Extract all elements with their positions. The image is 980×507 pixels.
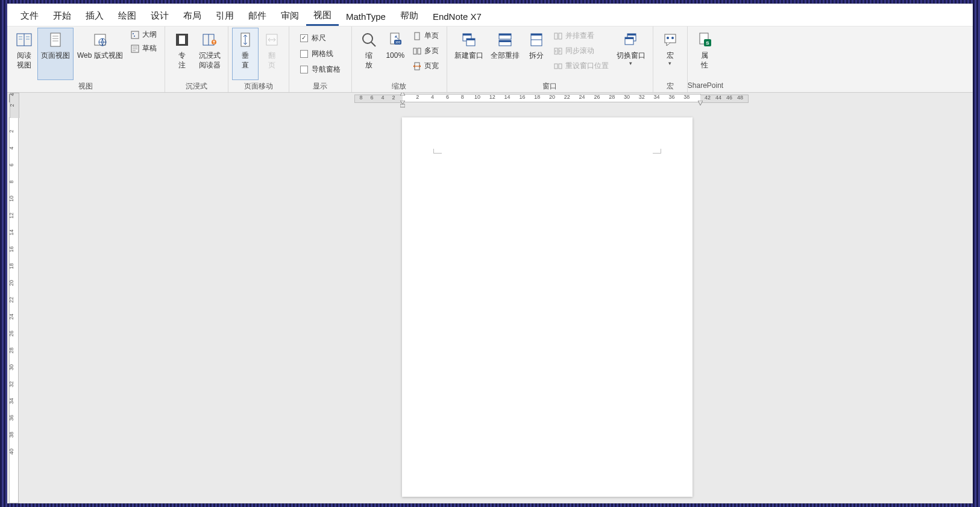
web-layout-button[interactable]: Web 版式视图 [74,28,127,80]
zoom-button[interactable]: 缩 放 [356,28,382,80]
switch-windows-button[interactable]: 切换窗口 ▾ [613,28,649,80]
svg-point-59 [671,37,674,39]
indent-marker-icon[interactable] [400,93,405,96]
navigation-pane-checkbox[interactable]: 导航窗格 [298,63,343,76]
one-page-button[interactable]: 单页 [410,30,441,42]
ruler-tick: 20 [8,279,14,287]
vertical-button[interactable]: 垂 直 [232,28,259,80]
ruler-tick: 38 [683,94,689,100]
print-layout-button[interactable]: 页面视图 [37,28,74,80]
ruler-tick: 22 [564,94,570,100]
button-label: 垂 直 [242,51,249,70]
svg-rect-34 [418,48,421,54]
menu-draw[interactable]: 绘图 [111,7,143,26]
ruler-tick: 6 [8,161,14,169]
ruler-tick: 6 [370,95,373,101]
outline-icon [131,31,139,39]
menu-review[interactable]: 审阅 [274,7,306,26]
outline-view-button[interactable]: 大纲 [128,29,159,40]
menu-mailings[interactable]: 邮件 [241,7,274,26]
menu-file[interactable]: 文件 [13,7,46,26]
ruler-tick: 28 [8,347,14,354]
ruler-tick: 36 [668,94,674,100]
button-label: 切换窗口 [617,51,645,60]
svg-text:S: S [706,40,709,46]
svg-point-14 [133,33,134,34]
button-label: 多页 [424,46,439,56]
vertical-ruler[interactable]: 42 246810121416182022242628303234363840 [7,104,21,503]
focus-button[interactable]: 专 注 [169,28,195,80]
svg-rect-52 [559,64,562,69]
gridlines-checkbox[interactable]: 网格线 [298,48,343,60]
svg-rect-56 [625,37,633,39]
properties-icon: S [695,30,714,49]
ruler-tick: 40 [8,448,14,455]
arrange-all-icon [495,30,515,49]
ruler-tick: 6 [446,94,449,100]
reading-view-button[interactable]: 阅读 视图 [11,28,37,80]
split-button[interactable]: 拆分 [523,28,550,80]
menu-design[interactable]: 设计 [143,7,176,26]
immersive-reader-button[interactable]: 沉浸式 阅读器 [195,28,224,80]
ruler-checkbox[interactable]: 标尺 [298,32,343,45]
button-label: 单页 [424,31,439,41]
document-workspace[interactable]: ∟ 8642 42444648 246810121416182022242628… [7,93,973,503]
chevron-down-icon: ▾ [629,60,632,66]
indent-marker-icon[interactable] [698,101,703,105]
ruler-tick: 8 [359,95,362,101]
new-window-button[interactable]: 新建窗口 [451,28,487,80]
menu-endnote[interactable]: EndNote X7 [426,8,489,26]
indent-marker-icon[interactable] [400,101,405,108]
menu-view[interactable]: 视图 [306,6,339,26]
menu-help[interactable]: 帮助 [393,7,426,26]
check-label: 网格线 [312,49,333,59]
button-label: 宏 [667,51,674,60]
ruler-tick: 2 [392,95,395,101]
ruler-tick: 2 [8,128,14,135]
button-label: 大纲 [142,30,157,40]
ruler-tick: 46 [726,95,732,101]
svg-text:100: 100 [395,40,401,44]
group-label: 视图 [7,80,165,92]
page-width-button[interactable]: 页宽 [410,60,441,72]
ruler-tick: 16 [8,246,14,253]
side-by-side-view-button: 并排查看 [551,30,611,42]
svg-line-28 [371,42,375,46]
margin-corner-icon [433,149,442,154]
sync-scroll-button: 同步滚动 [551,45,611,57]
ruler-tick: 8 [8,178,14,185]
document-page[interactable] [402,117,693,497]
ruler-tick: 44 [715,95,721,101]
svg-rect-13 [131,31,139,39]
side-to-side-button[interactable]: 翻 页 [259,28,285,80]
draft-view-button[interactable]: 草稿 [128,43,159,54]
svg-rect-57 [665,34,676,43]
multi-page-button[interactable]: 多页 [410,45,441,57]
arrange-all-button[interactable]: 全部重排 [487,28,523,80]
menu-references[interactable]: 引用 [209,7,241,26]
sync-scroll-icon [554,47,562,55]
group-page-movement: 垂 直 翻 页 页面移动 [228,26,289,92]
side-by-side-icon [554,32,562,40]
web-layout-icon [90,30,110,49]
menu-mathtype[interactable]: MathType [339,8,393,26]
horizontal-ruler[interactable]: 8642 42444648 24681012141618202224262830… [21,93,973,104]
menu-bar: 文件 开始 插入 绘图 设计 布局 引用 邮件 审阅 视图 MathType 帮… [7,4,973,26]
macros-button[interactable]: 宏 ▾ [657,28,683,80]
button-label: 阅读 视图 [17,51,31,70]
ruler-tick: 26 [594,94,600,100]
margin-corner-icon [653,149,661,154]
menu-layout[interactable]: 布局 [176,7,209,26]
button-label: 重设窗口位置 [565,61,609,71]
button-label: 页宽 [424,61,439,71]
menu-insert[interactable]: 插入 [78,7,111,26]
svg-rect-65 [400,104,405,107]
page-layout-icon [46,30,65,49]
button-label: 缩 放 [365,51,372,70]
svg-rect-45 [531,34,542,36]
menu-home[interactable]: 开始 [46,7,78,26]
multi-page-icon [413,47,421,55]
zoom-100-button[interactable]: 100 100% [382,28,409,80]
properties-button[interactable]: S 属 性 [691,28,718,80]
ruler-tick: 18 [8,263,14,270]
